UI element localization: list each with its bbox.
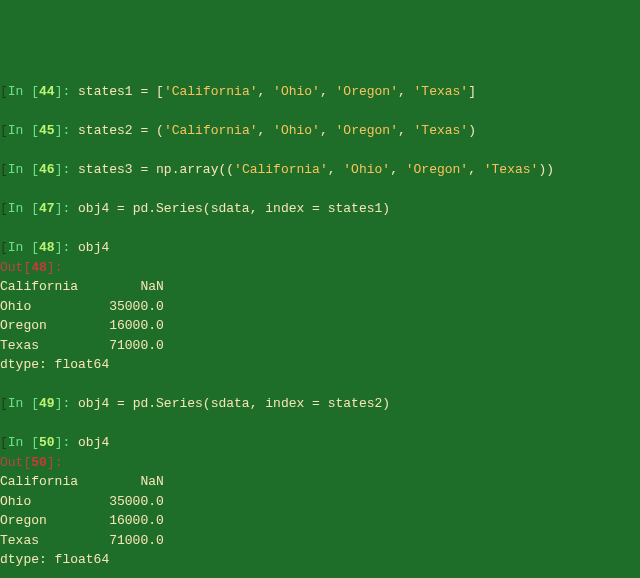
code-segment: )) [538,162,554,177]
in-number: 48 [39,240,55,255]
prompt-bracket: [ [0,396,8,411]
output-line: dtype: float64 [0,355,640,375]
in-prompt-suffix: ]: [55,84,78,99]
code-segment: 'California' [164,123,258,138]
in-number: 50 [39,435,55,450]
output-line: Ohio 35000.0 [0,297,640,317]
blank-line [0,375,640,395]
blank-line [0,102,640,122]
code-segment: , [398,84,414,99]
input-cell[interactable]: [In [48]: obj4 [0,238,640,258]
code-segment: 'Texas' [414,84,469,99]
prompt-bracket: [ [0,240,8,255]
prompt-bracket: [ [0,435,8,450]
code-segment: states3 = np.array(( [78,162,234,177]
input-cell[interactable]: [In [46]: states3 = np.array(('Californi… [0,160,640,180]
code-segment: 'Ohio' [343,162,390,177]
code-segment: , [390,162,406,177]
in-prompt: In [ [8,396,39,411]
prompt-bracket: [ [0,84,8,99]
input-cell[interactable]: [In [47]: obj4 = pd.Series(sdata, index … [0,199,640,219]
in-prompt-suffix: ]: [55,123,78,138]
code-segment: 'Oregon' [336,123,398,138]
input-cell[interactable]: [In [50]: obj4 [0,433,640,453]
output-line: California NaN [0,277,640,297]
input-cell[interactable]: [In [44]: states1 = ['California', 'Ohio… [0,82,640,102]
code-segment: 'California' [234,162,328,177]
code-segment: obj4 = pd.Series(sdata, index = states2) [78,396,390,411]
input-cell[interactable]: [In [45]: states2 = ('California', 'Ohio… [0,121,640,141]
blank-line [0,141,640,161]
out-prompt-suffix: ]: [47,455,63,470]
output-line: Texas 71000.0 [0,336,640,356]
out-number: 50 [31,455,47,470]
output-line: Oregon 16000.0 [0,511,640,531]
in-prompt-suffix: ]: [55,240,78,255]
code-segment: 'Oregon' [336,84,398,99]
blank-line [0,570,640,579]
code-segment: , [320,123,336,138]
code-segment: ) [468,123,476,138]
code-segment: 'Ohio' [273,123,320,138]
out-prompt: Out[ [0,260,31,275]
output-prompt: Out[48]: [0,258,640,278]
prompt-bracket: [ [0,162,8,177]
blank-line [0,180,640,200]
blank-line [0,219,640,239]
output-prompt: Out[50]: [0,453,640,473]
code-segment: , [398,123,414,138]
code-segment: states1 = [ [78,84,164,99]
output-line: Ohio 35000.0 [0,492,640,512]
output-line: California NaN [0,472,640,492]
in-prompt-suffix: ]: [55,396,78,411]
code-segment: , [320,84,336,99]
output-line: dtype: float64 [0,550,640,570]
code-segment: 'Texas' [484,162,539,177]
in-prompt-suffix: ]: [55,201,78,216]
input-cell[interactable]: [In [49]: obj4 = pd.Series(sdata, index … [0,394,640,414]
in-prompt: In [ [8,123,39,138]
code-segment: 'Oregon' [406,162,468,177]
blank-line [0,414,640,434]
code-segment: ] [468,84,476,99]
in-number: 47 [39,201,55,216]
in-number: 45 [39,123,55,138]
code-segment: , [258,123,274,138]
code-segment: 'Texas' [414,123,469,138]
out-number: 48 [31,260,47,275]
out-prompt-suffix: ]: [47,260,63,275]
ipython-terminal: [In [44]: states1 = ['California', 'Ohio… [0,82,640,578]
in-number: 44 [39,84,55,99]
in-number: 49 [39,396,55,411]
out-prompt: Out[ [0,455,31,470]
in-prompt: In [ [8,162,39,177]
prompt-bracket: [ [0,201,8,216]
output-line: Texas 71000.0 [0,531,640,551]
in-prompt: In [ [8,84,39,99]
code-segment: , [328,162,344,177]
code-segment: obj4 [78,240,109,255]
prompt-bracket: [ [0,123,8,138]
code-segment: states2 = ( [78,123,164,138]
in-number: 46 [39,162,55,177]
code-segment: , [258,84,274,99]
code-segment: 'Ohio' [273,84,320,99]
code-segment: obj4 = pd.Series(sdata, index = states1) [78,201,390,216]
code-segment: obj4 [78,435,109,450]
code-segment: , [468,162,484,177]
in-prompt: In [ [8,240,39,255]
code-segment: 'California' [164,84,258,99]
output-line: Oregon 16000.0 [0,316,640,336]
in-prompt: In [ [8,201,39,216]
in-prompt: In [ [8,435,39,450]
in-prompt-suffix: ]: [55,435,78,450]
in-prompt-suffix: ]: [55,162,78,177]
